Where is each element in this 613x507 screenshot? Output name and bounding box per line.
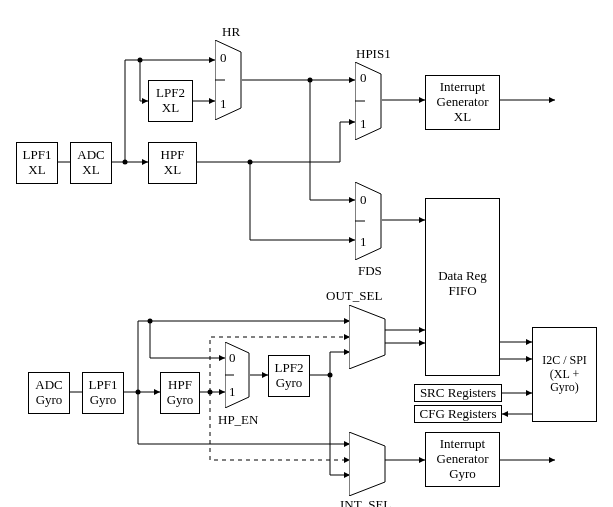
hpf-xl-l1: HPF bbox=[161, 148, 185, 163]
lpf2-xl-l2: XL bbox=[162, 101, 179, 116]
cfg-reg-label: CFG Registers bbox=[420, 407, 497, 422]
data-reg-l2: FIFO bbox=[448, 284, 476, 299]
intgen-xl-l2: Generator bbox=[437, 95, 489, 110]
intgen-gy-l1: Interrupt bbox=[440, 437, 485, 452]
hpen-label: HP_EN bbox=[218, 412, 258, 428]
out-sel-mux bbox=[349, 305, 389, 369]
adc-gyro-block: ADC Gyro bbox=[28, 372, 70, 414]
hpis1-1: 1 bbox=[360, 116, 367, 132]
lpf1-xl-l2: XL bbox=[28, 163, 45, 178]
adc-xl-l1: ADC bbox=[77, 148, 104, 163]
svg-marker-80 bbox=[549, 457, 555, 463]
lpf2-gy-l2: Gyro bbox=[276, 376, 303, 391]
lpf2-xl-block: LPF2 XL bbox=[148, 80, 193, 122]
fds-1: 1 bbox=[360, 234, 367, 250]
lpf1-gy-l2: Gyro bbox=[90, 393, 117, 408]
lpf1-gyro-block: LPF1 Gyro bbox=[82, 372, 124, 414]
hr-label: HR bbox=[222, 24, 240, 40]
fds-0: 0 bbox=[360, 192, 367, 208]
adc-gy-l2: Gyro bbox=[36, 393, 63, 408]
src-registers-block: SRC Registers bbox=[414, 384, 502, 402]
hr-0: 0 bbox=[220, 50, 227, 66]
hpis1-label: HPIS1 bbox=[356, 46, 391, 62]
interrupt-gen-gyro-block: Interrupt Generator Gyro bbox=[425, 432, 500, 487]
i2c-spi-block: I2C / SPI (XL + Gyro) bbox=[532, 327, 597, 422]
data-reg-l1: Data Reg bbox=[438, 269, 487, 284]
svg-point-2 bbox=[123, 160, 128, 165]
hpis1-0: 0 bbox=[360, 70, 367, 86]
svg-point-56 bbox=[148, 319, 153, 324]
lpf1-gy-l1: LPF1 bbox=[89, 378, 118, 393]
hpf-gyro-block: HPF Gyro bbox=[160, 372, 200, 414]
hpf-gy-l1: HPF bbox=[168, 378, 192, 393]
lpf1-xl-block: LPF1 XL bbox=[16, 142, 58, 184]
svg-marker-32 bbox=[549, 97, 555, 103]
lpf2-gy-l1: LPF2 bbox=[275, 361, 304, 376]
hpen-0: 0 bbox=[229, 350, 236, 366]
intgen-xl-l3: XL bbox=[454, 110, 471, 125]
svg-marker-42 bbox=[502, 411, 508, 417]
fds-label: FDS bbox=[358, 263, 382, 279]
svg-marker-89 bbox=[349, 305, 385, 369]
hr-1: 1 bbox=[220, 96, 227, 112]
svg-marker-90 bbox=[349, 432, 385, 496]
lpf2-xl-l1: LPF2 bbox=[156, 86, 185, 101]
i2c-l2: (XL + Gyro) bbox=[535, 368, 594, 396]
intgen-gy-l2: Generator bbox=[437, 452, 489, 467]
int-sel-mux bbox=[349, 432, 389, 496]
svg-point-45 bbox=[136, 390, 141, 395]
cfg-registers-block: CFG Registers bbox=[414, 405, 502, 423]
lpf1-xl-l1: LPF1 bbox=[23, 148, 52, 163]
out-sel-label: OUT_SEL bbox=[326, 288, 382, 304]
hpf-xl-block: HPF XL bbox=[148, 142, 197, 184]
adc-xl-l2: XL bbox=[82, 163, 99, 178]
svg-point-63 bbox=[328, 373, 333, 378]
intgen-xl-l1: Interrupt bbox=[440, 80, 485, 95]
intgen-gy-l3: Gyro bbox=[449, 467, 476, 482]
hpen-1: 1 bbox=[229, 384, 236, 400]
lpf2-gyro-block: LPF2 Gyro bbox=[268, 355, 310, 397]
adc-gy-l1: ADC bbox=[35, 378, 62, 393]
hpf-gy-l2: Gyro bbox=[167, 393, 194, 408]
svg-point-19 bbox=[248, 160, 253, 165]
int-sel-label: INT_SEL bbox=[340, 497, 391, 507]
svg-point-6 bbox=[138, 58, 143, 63]
interrupt-gen-xl-block: Interrupt Generator XL bbox=[425, 75, 500, 130]
svg-point-70 bbox=[208, 390, 213, 395]
src-reg-label: SRC Registers bbox=[420, 386, 496, 401]
hpf-xl-l2: XL bbox=[164, 163, 181, 178]
svg-point-15 bbox=[308, 78, 313, 83]
adc-xl-block: ADC XL bbox=[70, 142, 112, 184]
data-reg-fifo-block: Data Reg FIFO bbox=[425, 198, 500, 376]
i2c-l1: I2C / SPI bbox=[542, 354, 587, 368]
